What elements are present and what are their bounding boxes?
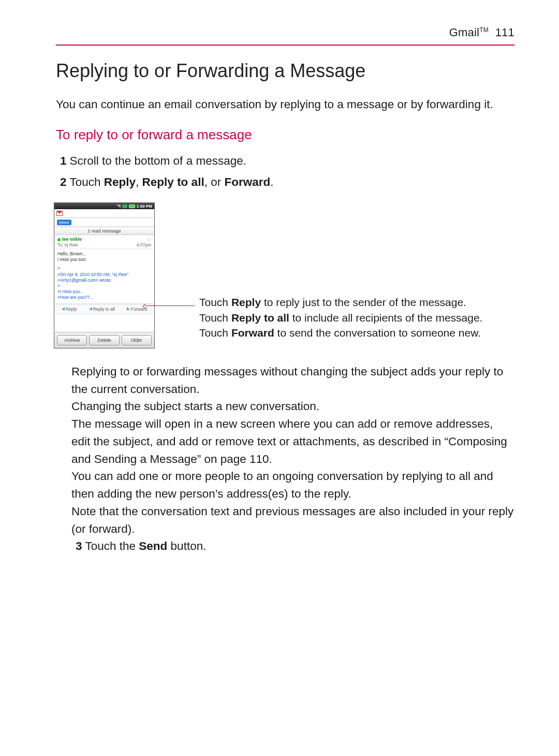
- ui-term-reply: Reply: [231, 296, 261, 308]
- ui-term-send: Send: [139, 540, 167, 553]
- intro-paragraph: You can continue an email conversation b…: [56, 96, 514, 113]
- presence-icon: [57, 238, 61, 241]
- message-header: ☆ lee mikle To: ej rhee 4:07pm: [54, 235, 154, 249]
- ui-term-reply-all: Reply to all: [142, 176, 204, 188]
- quote-line: >How are you??...: [57, 295, 151, 300]
- ui-term-forward: Forward: [231, 327, 274, 339]
- ui-term-reply: Reply: [104, 176, 136, 188]
- running-header: GmailTM 111: [56, 26, 514, 46]
- gmail-icon: [56, 211, 63, 216]
- label-row: Inbox: [54, 218, 154, 227]
- step-text: Scroll to the bottom of a message.: [70, 154, 246, 167]
- recipient-line: To: ej rhee: [57, 242, 78, 248]
- quoted-text: > >On Apr 9, 2010 10:50 AM, "ej rhee" <A…: [57, 266, 151, 300]
- trademark: TM: [479, 26, 489, 34]
- app-toolbar: [54, 209, 154, 218]
- step-text: Touch: [70, 176, 104, 188]
- step-number: 2: [60, 176, 67, 188]
- delete-button[interactable]: Delete: [89, 335, 119, 345]
- reply-all-button[interactable]: Reply to all: [89, 307, 115, 312]
- reply-icon: [62, 307, 65, 311]
- forward-icon: [127, 307, 130, 311]
- step-1: 1Scroll to the bottom of a message.: [56, 152, 514, 170]
- quote-line: >I miss you...: [57, 289, 151, 295]
- callout-pointer-line: [145, 306, 195, 306]
- figure-with-callout: 1:00 PM Inbox 1 read message ☆ lee mikle…: [54, 202, 514, 348]
- phone-screenshot: 1:00 PM Inbox 1 read message ☆ lee mikle…: [54, 202, 155, 348]
- signal-icon: [116, 205, 121, 208]
- star-icon: ☆: [146, 237, 152, 243]
- ui-term-forward: Forward: [224, 176, 270, 188]
- body-paragraph: Replying to or forwarding messages witho…: [71, 363, 514, 398]
- step-list: 1Scroll to the bottom of a message. 2Tou…: [56, 152, 514, 192]
- callout-text: Touch Reply to reply just to the sender …: [199, 295, 482, 340]
- body-line: I miss you too!: [57, 257, 151, 263]
- body-paragraph: Changing the subject starts a new conver…: [71, 398, 514, 415]
- page-title: Replying to or Forwarding a Message: [56, 60, 514, 82]
- section-name: Gmail: [449, 26, 479, 39]
- status-time: 1:00 PM: [137, 204, 152, 209]
- reply-all-icon: [89, 307, 92, 311]
- step-number: 1: [60, 154, 67, 167]
- network-icon: [122, 205, 127, 208]
- body-line: Hello, Brown...: [57, 251, 151, 257]
- page-number: 111: [495, 26, 514, 39]
- status-bar: 1:00 PM: [54, 203, 154, 209]
- read-message-banner: 1 read message: [54, 227, 154, 235]
- older-button[interactable]: Older: [122, 335, 152, 345]
- body-paragraph: You can add one or more people to an ong…: [71, 468, 514, 503]
- body-paragraphs: Replying to or forwarding messages witho…: [56, 363, 514, 555]
- archive-button[interactable]: Archive: [57, 335, 87, 345]
- body-paragraph: The message will open in a new screen wh…: [71, 415, 514, 468]
- step-number: 3: [76, 540, 82, 553]
- quote-header: >On Apr 9, 2010 10:50 AM, "ej rhee" <Amy…: [57, 272, 151, 283]
- battery-icon: [129, 205, 135, 208]
- sender-name: lee mikle: [62, 237, 82, 242]
- reply-actions-row: Reply Reply to all Forward: [54, 304, 154, 314]
- step-3: 3Touch the Send button.: [71, 537, 514, 555]
- manual-page: GmailTM 111 Replying to or Forwarding a …: [0, 0, 559, 756]
- message-body: Hello, Brown... I miss you too! > >On Ap…: [54, 249, 154, 303]
- reply-button[interactable]: Reply: [62, 307, 77, 312]
- ui-term-reply-all: Reply to all: [231, 312, 289, 324]
- subheading: To reply to or forward a message: [56, 127, 514, 143]
- bottom-button-bar: Archive Delete Older: [54, 332, 154, 348]
- step-2: 2Touch Reply, Reply to all, or Forward.: [56, 173, 514, 192]
- inbox-label: Inbox: [57, 220, 71, 225]
- empty-space: [54, 314, 154, 332]
- body-paragraph: Note that the conversation text and prev…: [71, 503, 514, 538]
